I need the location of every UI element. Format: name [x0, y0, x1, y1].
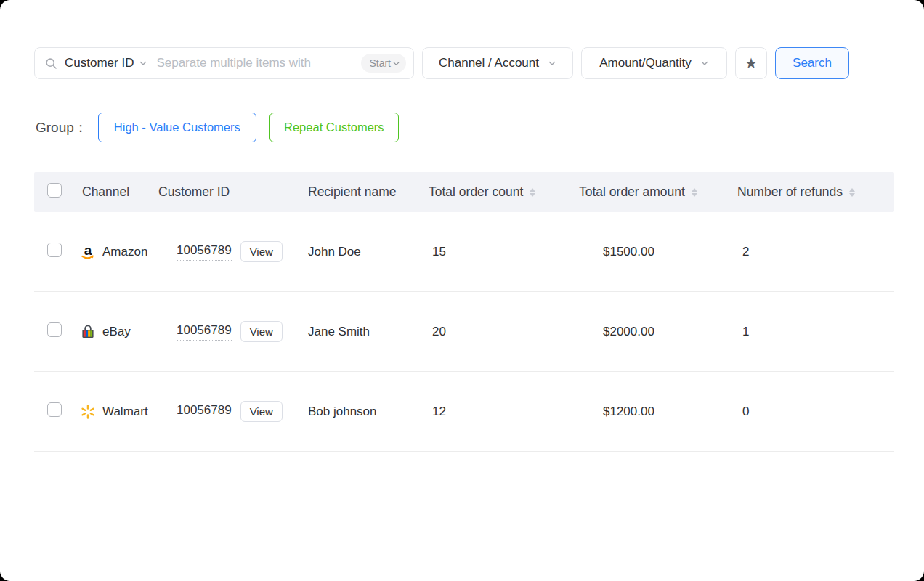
number-of-refunds: 0: [737, 405, 894, 419]
search-field-label: Customer ID: [65, 56, 134, 70]
column-header-channel: Channel: [69, 184, 158, 200]
table-row: Walmart 10056789 View Bob johnson 12 $12…: [34, 372, 894, 452]
ebay-icon: [80, 323, 96, 341]
table-row: a Amazon 10056789 View John Doe 15 $1500…: [34, 212, 894, 292]
table-header: Channel Customer ID Recipient name Total…: [34, 172, 894, 212]
column-header-customer-id: Customer ID: [158, 184, 308, 200]
channel-name: eBay: [102, 325, 131, 339]
favorite-button[interactable]: ★: [735, 47, 767, 79]
sort-icon[interactable]: [692, 188, 697, 197]
chevron-down-icon: [392, 60, 400, 68]
search-field-selector[interactable]: Customer ID: [65, 56, 147, 70]
group-label: Group：: [36, 118, 88, 137]
recipient-name: Bob johnson: [308, 405, 429, 419]
group-repeat-customers-button[interactable]: Repeat Customers: [270, 113, 399, 142]
view-button[interactable]: View: [240, 241, 283, 262]
row-checkbox[interactable]: [47, 322, 62, 337]
column-header-total-order-amount[interactable]: Total order amount: [579, 184, 737, 200]
toolbar: Customer ID Start Channel / Account Amou…: [34, 47, 849, 79]
select-all-checkbox[interactable]: [47, 183, 62, 198]
customer-id-link[interactable]: 10056789: [177, 243, 232, 261]
row-checkbox[interactable]: [47, 402, 62, 417]
amount-quantity-label: Amount/Quantity: [599, 56, 692, 70]
customers-table: Channel Customer ID Recipient name Total…: [34, 172, 894, 452]
channel-name: Amazon: [102, 245, 147, 259]
column-header-total-order-count[interactable]: Total order count: [429, 184, 579, 200]
total-order-count: 20: [429, 325, 579, 339]
walmart-icon: [80, 403, 96, 420]
total-order-amount: $2000.00: [579, 325, 737, 339]
channel-account-label: Channel / Account: [439, 56, 539, 70]
number-of-refunds: 2: [737, 245, 894, 259]
star-icon: ★: [745, 54, 758, 72]
chevron-down-icon: [700, 59, 709, 68]
search-icon: [45, 57, 57, 70]
row-checkbox[interactable]: [47, 243, 62, 257]
recipient-name: John Doe: [308, 245, 429, 259]
match-mode-label: Start: [369, 57, 391, 69]
group-high-value-customers-button[interactable]: High - Value Customers: [98, 113, 256, 142]
view-button[interactable]: View: [240, 321, 283, 342]
amazon-icon: a: [80, 243, 96, 261]
customers-page: Customer ID Start Channel / Account Amou…: [0, 0, 924, 581]
total-order-count: 15: [429, 245, 579, 259]
amount-quantity-dropdown[interactable]: Amount/Quantity: [581, 47, 727, 79]
search-input[interactable]: [155, 55, 354, 71]
total-order-amount: $1500.00: [579, 245, 737, 259]
number-of-refunds: 1: [737, 325, 894, 339]
customer-id-link[interactable]: 10056789: [177, 323, 232, 341]
customer-id-link[interactable]: 10056789: [177, 403, 232, 420]
channel-account-dropdown[interactable]: Channel / Account: [422, 47, 573, 79]
table-row: eBay 10056789 View Jane Smith 20 $2000.0…: [34, 292, 894, 372]
svg-text:a: a: [84, 243, 92, 258]
total-order-count: 12: [429, 405, 579, 419]
group-row: Group： High - Value Customers Repeat Cus…: [36, 113, 399, 142]
sort-icon[interactable]: [849, 188, 855, 197]
channel-name: Walmart: [102, 405, 148, 419]
view-button[interactable]: View: [240, 401, 283, 422]
total-order-amount: $1200.00: [579, 405, 737, 419]
match-mode-selector[interactable]: Start: [361, 54, 406, 73]
search-button[interactable]: Search: [775, 47, 849, 79]
column-header-recipient-name: Recipient name: [308, 184, 429, 200]
search-box: Customer ID Start: [34, 47, 414, 79]
chevron-down-icon: [139, 59, 147, 68]
recipient-name: Jane Smith: [308, 325, 429, 339]
sort-icon[interactable]: [530, 188, 535, 197]
chevron-down-icon: [548, 59, 556, 68]
column-header-number-of-refunds[interactable]: Number of refunds: [737, 184, 894, 200]
